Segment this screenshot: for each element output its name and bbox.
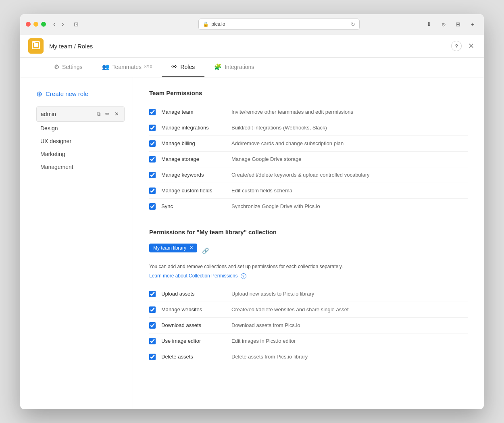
checkbox-coll-upload_assets[interactable] bbox=[149, 291, 156, 297]
coll-permission-row-use_image_editor: Use image editor Edit images in Pics.io … bbox=[149, 333, 468, 349]
checkbox-manage_custom_fields[interactable] bbox=[149, 188, 156, 194]
collection-permissions-link[interactable]: Learn more about Collection Permissions bbox=[149, 273, 239, 279]
tab-settings[interactable]: ⚙ Settings bbox=[44, 58, 92, 77]
team-permission-row-manage_integrations: Manage integrations Build/edit integrati… bbox=[149, 120, 468, 136]
lock-icon: 🔒 bbox=[203, 21, 209, 27]
browser-window: ‹ › ⊡ 🔒 pics.io ↻ ⬇ ⎋ ⊞ + My team bbox=[20, 14, 484, 409]
role-design-label: Design bbox=[40, 125, 58, 131]
main-content: ⊕ Create new role admin ⧉ ✏ ✕ Design UX … bbox=[20, 77, 484, 409]
reload-icon[interactable]: ↻ bbox=[351, 21, 355, 27]
checkbox-manage_keywords[interactable] bbox=[149, 172, 156, 178]
role-admin-actions: ⧉ ✏ ✕ bbox=[96, 110, 120, 118]
team-permission-row-manage_team: Manage team Invite/remove other teammate… bbox=[149, 104, 468, 120]
forward-button[interactable]: › bbox=[59, 20, 66, 29]
perm-desc-manage_custom_fields: Edit custom fields schema bbox=[231, 188, 292, 194]
tab-roles-label: Roles bbox=[180, 64, 195, 70]
close-traffic-light[interactable] bbox=[26, 22, 31, 27]
coll-perm-desc-upload_assets: Upload new assets to Pics.io library bbox=[231, 291, 314, 297]
coll-perm-desc-manage_websites: Create/edit/delete websites and share si… bbox=[231, 306, 349, 313]
collection-link-icon[interactable]: 🔗 bbox=[202, 248, 209, 254]
team-permissions-title: Team Permissions bbox=[149, 90, 468, 96]
team-permission-row-manage_custom_fields: Manage custom fields Edit custom fields … bbox=[149, 183, 468, 199]
svg-rect-2 bbox=[33, 42, 35, 43]
checkbox-manage_team[interactable] bbox=[149, 109, 156, 115]
plus-circle-icon: ⊕ bbox=[36, 90, 42, 98]
tab-teammates-label: Teammates bbox=[112, 64, 142, 70]
role-management-label: Management bbox=[40, 164, 73, 170]
role-admin-label: admin bbox=[41, 111, 56, 117]
add-tab-icon[interactable]: + bbox=[467, 19, 478, 30]
perm-name-manage_team: Manage team bbox=[161, 109, 226, 115]
role-item-management[interactable]: Management bbox=[36, 160, 125, 173]
role-item-ux-designer[interactable]: UX designer bbox=[36, 135, 125, 148]
tab-settings-label: Settings bbox=[62, 64, 83, 70]
perm-desc-manage_integrations: Build/edit integrations (Webhooks, Slack… bbox=[231, 125, 327, 131]
role-item-marketing[interactable]: Marketing bbox=[36, 148, 125, 160]
sidebar: ⊕ Create new role admin ⧉ ✏ ✕ Design UX … bbox=[20, 77, 133, 409]
collection-tag-row: My team library ✕ 🔗 bbox=[149, 244, 468, 258]
checkbox-manage_integrations[interactable] bbox=[149, 125, 156, 131]
collection-tag-label: My team library bbox=[153, 245, 186, 251]
collection-help-icon[interactable]: ? bbox=[241, 273, 246, 279]
team-permission-row-manage_keywords: Manage keywords Create/edit/delete keywo… bbox=[149, 167, 468, 183]
coll-perm-name-upload_assets: Upload assets bbox=[161, 291, 226, 297]
checkbox-coll-manage_websites[interactable] bbox=[149, 306, 156, 313]
tab-integrations-label: Integrations bbox=[225, 64, 254, 70]
checkbox-sync[interactable] bbox=[149, 203, 156, 210]
coll-permission-row-upload_assets: Upload assets Upload new assets to Pics.… bbox=[149, 286, 468, 302]
role-item-admin[interactable]: admin ⧉ ✏ ✕ bbox=[36, 106, 125, 122]
perm-desc-manage_keywords: Create/edit/delete keywords & upload con… bbox=[231, 172, 370, 178]
grid-icon[interactable]: ⊞ bbox=[452, 19, 464, 30]
coll-permission-row-download_assets: Download assets Download assets from Pic… bbox=[149, 318, 468, 333]
maximize-traffic-light[interactable] bbox=[41, 22, 46, 27]
address-bar[interactable]: 🔒 pics.io ↻ bbox=[198, 19, 360, 30]
checkbox-manage_billing[interactable] bbox=[149, 140, 156, 147]
breadcrumb: My team / Roles bbox=[49, 43, 451, 50]
minimize-traffic-light[interactable] bbox=[33, 22, 38, 27]
close-button[interactable]: ✕ bbox=[467, 40, 476, 52]
collection-link-text: Learn more about Collection Permissions bbox=[149, 273, 237, 279]
checkbox-coll-download_assets[interactable] bbox=[149, 322, 156, 329]
window-mode-button[interactable]: ⊡ bbox=[72, 20, 80, 28]
app-logo bbox=[28, 38, 44, 54]
edit-role-button[interactable]: ✏ bbox=[104, 110, 111, 118]
download-icon[interactable]: ⬇ bbox=[423, 19, 435, 30]
team-permission-row-sync: Sync Synchronize Google Drive with Pics.… bbox=[149, 199, 468, 214]
collection-tag[interactable]: My team library ✕ bbox=[149, 244, 197, 252]
checkbox-manage_storage[interactable] bbox=[149, 156, 156, 163]
title-bar-actions: ⬇ ⎋ ⊞ + bbox=[423, 19, 478, 30]
coll-perm-name-use_image_editor: Use image editor bbox=[161, 338, 226, 344]
back-button[interactable]: ‹ bbox=[51, 20, 58, 29]
create-role-button[interactable]: ⊕ Create new role bbox=[36, 90, 88, 98]
header-right: ? ✕ bbox=[451, 40, 476, 52]
tab-integrations[interactable]: 🧩 Integrations bbox=[204, 58, 264, 77]
coll-perm-name-delete_assets: Delete assets bbox=[161, 354, 226, 360]
tab-roles[interactable]: 👁 Roles bbox=[162, 58, 204, 77]
url-text: pics.io bbox=[211, 21, 225, 27]
teammates-badge: 8/10 bbox=[144, 65, 152, 69]
perm-name-manage_billing: Manage billing bbox=[161, 140, 226, 146]
remove-collection-icon[interactable]: ✕ bbox=[190, 245, 193, 250]
perm-desc-manage_storage: Manage Google Drive storage bbox=[231, 156, 301, 162]
nav-buttons: ‹ › bbox=[51, 20, 67, 29]
checkbox-coll-use_image_editor[interactable] bbox=[149, 338, 156, 344]
checkbox-coll-delete_assets[interactable] bbox=[149, 354, 156, 360]
tab-teammates[interactable]: 👥 Teammates8/10 bbox=[92, 58, 162, 77]
right-panel: Team Permissions Manage team Invite/remo… bbox=[133, 77, 484, 409]
coll-perm-name-manage_websites: Manage websites bbox=[161, 306, 226, 313]
collection-note: You can add and remove collections and s… bbox=[149, 263, 468, 270]
role-item-design[interactable]: Design bbox=[36, 122, 125, 135]
help-button[interactable]: ? bbox=[451, 41, 462, 51]
share-icon[interactable]: ⎋ bbox=[438, 19, 449, 30]
role-marketing-label: Marketing bbox=[40, 151, 65, 157]
tabs-bar: ⚙ Settings 👥 Teammates8/10 👁 Roles 🧩 Int… bbox=[20, 58, 484, 77]
collection-section-title: Permissions for "My team library" collec… bbox=[149, 229, 468, 235]
perm-desc-manage_billing: Add/remove cards and change subscription… bbox=[231, 140, 344, 146]
copy-role-button[interactable]: ⧉ bbox=[96, 110, 102, 118]
create-role-label: Create new role bbox=[46, 90, 88, 97]
integrations-icon: 🧩 bbox=[214, 63, 222, 71]
perm-desc-sync: Synchronize Google Drive with Pics.io bbox=[231, 203, 320, 209]
logo-symbol bbox=[31, 41, 40, 52]
title-bar: ‹ › ⊡ 🔒 pics.io ↻ ⬇ ⎋ ⊞ + bbox=[20, 14, 484, 35]
delete-role-button[interactable]: ✕ bbox=[113, 110, 120, 118]
